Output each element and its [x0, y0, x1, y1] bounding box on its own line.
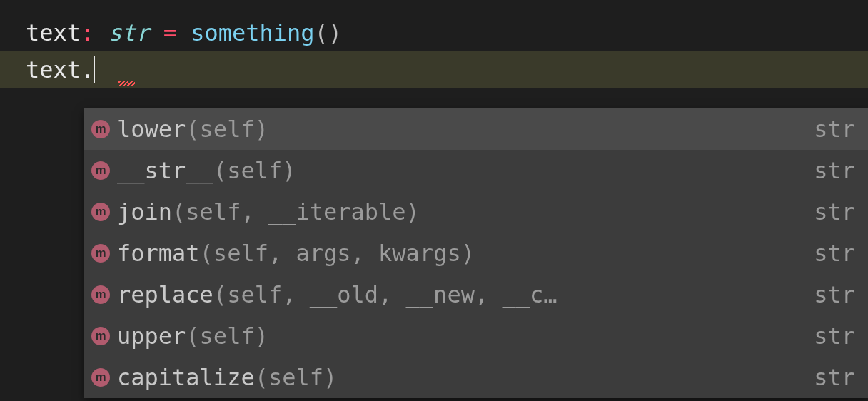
autocomplete-signature: capitalize(self): [117, 364, 794, 391]
method-name: __str__: [117, 157, 213, 184]
method-name: capitalize: [117, 364, 255, 391]
method-name: lower: [117, 116, 186, 143]
type-annotation: str: [108, 19, 150, 46]
autocomplete-item-capitalize[interactable]: mcapitalize(self)str: [84, 357, 868, 398]
code-editor[interactable]: text: str = something() text.: [0, 0, 868, 88]
autocomplete-item-replace[interactable]: mreplace(self, __old, __new, __c…str: [84, 274, 868, 315]
autocomplete-popup[interactable]: mlower(self)strm__str__(self)strmjoin(se…: [84, 108, 868, 398]
error-squiggle-icon: [118, 81, 135, 86]
autocomplete-item-join[interactable]: mjoin(self, __iterable)str: [84, 191, 868, 233]
code-line-1[interactable]: text: str = something(): [0, 14, 868, 51]
autocomplete-signature: format(self, args, kwargs): [117, 240, 794, 267]
autocomplete-item-lower[interactable]: mlower(self)str: [84, 108, 868, 150]
method-params: (self): [255, 364, 338, 391]
method-icon: m: [91, 285, 110, 304]
method-name: upper: [117, 323, 186, 350]
autocomplete-item-__str__[interactable]: m__str__(self)str: [84, 150, 868, 191]
code-line-2-active[interactable]: text.: [0, 51, 868, 88]
identifier: text: [26, 19, 81, 46]
autocomplete-item-upper[interactable]: mupper(self)str: [84, 315, 868, 357]
method-params: (self, __iterable): [172, 198, 420, 225]
return-type: str: [814, 157, 855, 184]
method-icon: m: [91, 203, 110, 221]
function-call: something: [191, 19, 314, 46]
return-type: str: [814, 364, 855, 391]
return-type: str: [814, 198, 855, 225]
parens: (): [315, 19, 343, 46]
method-name: join: [117, 198, 172, 225]
identifier: text: [26, 56, 81, 83]
return-type: str: [814, 323, 855, 350]
method-icon: m: [91, 120, 110, 138]
return-type: str: [814, 281, 855, 308]
method-name: format: [117, 240, 200, 267]
autocomplete-signature: join(self, __iterable): [117, 198, 794, 225]
method-params: (self, args, kwargs): [200, 240, 475, 267]
method-icon: m: [91, 244, 110, 263]
autocomplete-signature: lower(self): [117, 116, 794, 143]
autocomplete-signature: upper(self): [117, 323, 794, 350]
return-type: str: [814, 240, 855, 267]
dot-token: .: [81, 56, 94, 83]
autocomplete-signature: replace(self, __old, __new, __c…: [117, 281, 794, 308]
method-icon: m: [91, 327, 110, 345]
autocomplete-item-format[interactable]: mformat(self, args, kwargs)str: [84, 233, 868, 274]
method-icon: m: [91, 161, 110, 180]
method-params: (self): [213, 157, 296, 184]
assign-op: =: [163, 19, 177, 46]
method-params: (self): [186, 116, 268, 143]
method-icon: m: [91, 368, 110, 387]
colon-token: :: [81, 19, 94, 46]
method-params: (self): [186, 323, 268, 350]
autocomplete-signature: __str__(self): [117, 157, 794, 184]
text-cursor: [94, 56, 95, 83]
method-params: (self, __old, __new, __c…: [213, 281, 557, 308]
method-name: replace: [117, 281, 213, 308]
return-type: str: [814, 116, 855, 143]
